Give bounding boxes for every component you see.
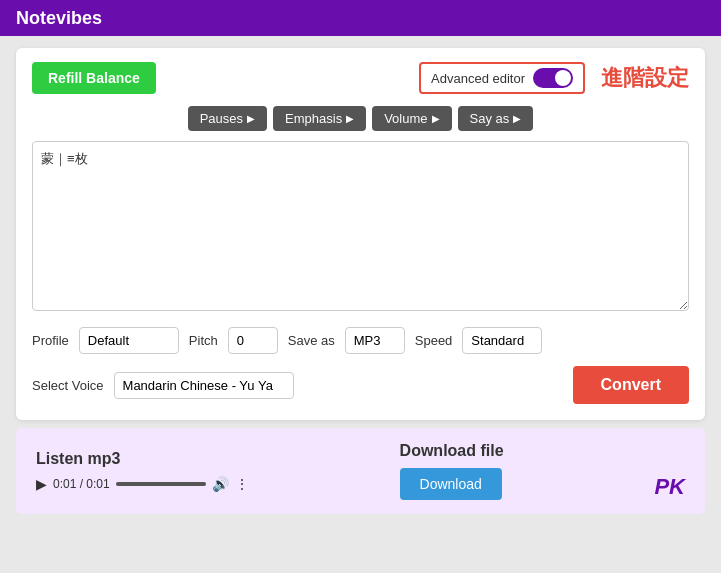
time-display: 0:01 / 0:01 (53, 477, 110, 491)
voice-row: Select Voice Convert (32, 366, 689, 404)
voice-left: Select Voice (32, 372, 294, 399)
toolbar-row: Pauses ▶ Emphasis ▶ Volume ▶ Say as ▶ (32, 106, 689, 131)
progress-bar[interactable] (116, 482, 206, 486)
top-bar: Notevibes (0, 0, 721, 36)
download-button[interactable]: Download (400, 468, 502, 500)
saveas-label: Save as (288, 333, 335, 348)
refill-balance-button[interactable]: Refill Balance (32, 62, 156, 94)
top-row: Refill Balance Advanced editor 進階設定 (32, 62, 689, 94)
speed-input[interactable] (462, 327, 542, 354)
sayas-button[interactable]: Say as ▶ (458, 106, 534, 131)
pauses-arrow-icon: ▶ (247, 113, 255, 124)
voice-label: Select Voice (32, 378, 104, 393)
saveas-input[interactable] (345, 327, 405, 354)
advanced-editor-box: Advanced editor (419, 62, 585, 94)
pitch-input[interactable] (228, 327, 278, 354)
more-options-icon[interactable]: ⋮ (235, 476, 249, 492)
toggle-thumb (555, 70, 571, 86)
main-panel: Refill Balance Advanced editor 進階設定 Paus… (16, 48, 705, 420)
form-row: Profile Pitch Save as Speed (32, 327, 689, 354)
advanced-editor-label: Advanced editor (431, 71, 525, 86)
listen-title: Listen mp3 (36, 450, 120, 468)
volume-icon[interactable]: 🔊 (212, 476, 229, 492)
emphasis-button[interactable]: Emphasis ▶ (273, 106, 366, 131)
volume-button[interactable]: Volume ▶ (372, 106, 451, 131)
audio-player: ▶ 0:01 / 0:01 🔊 ⋮ (36, 476, 249, 492)
profile-input[interactable] (79, 327, 179, 354)
app-title: Notevibes (16, 8, 102, 29)
convert-button[interactable]: Convert (573, 366, 689, 404)
voice-select[interactable] (114, 372, 294, 399)
toggle-track (533, 68, 573, 88)
profile-label: Profile (32, 333, 69, 348)
download-title: Download file (400, 442, 504, 460)
play-button[interactable]: ▶ (36, 476, 47, 492)
advanced-editor-toggle[interactable] (533, 68, 573, 88)
sayas-arrow-icon: ▶ (513, 113, 521, 124)
emphasis-arrow-icon: ▶ (346, 113, 354, 124)
pitch-label: Pitch (189, 333, 218, 348)
speed-label: Speed (415, 333, 453, 348)
editor-textarea[interactable]: 蒙｜≡枚 (32, 141, 689, 311)
volume-arrow-icon: ▶ (432, 113, 440, 124)
pauses-button[interactable]: Pauses ▶ (188, 106, 267, 131)
advanced-text-label: 進階設定 (601, 63, 689, 93)
progress-fill (116, 482, 206, 486)
download-column: Download file Download (400, 442, 504, 500)
listen-column: Listen mp3 ▶ 0:01 / 0:01 🔊 ⋮ (36, 450, 249, 492)
advanced-editor-section: Advanced editor 進階設定 (419, 62, 689, 94)
pk-watermark: PK (654, 474, 685, 500)
bottom-section: Listen mp3 ▶ 0:01 / 0:01 🔊 ⋮ Download fi… (16, 428, 705, 514)
